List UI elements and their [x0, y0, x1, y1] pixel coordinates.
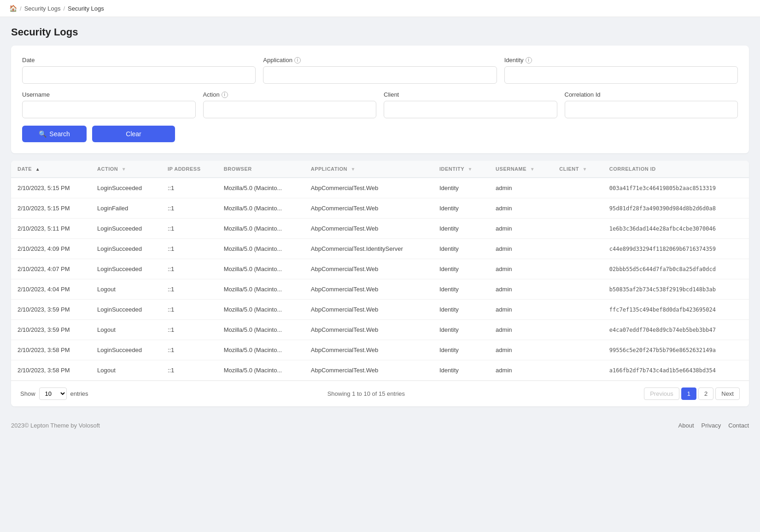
- table-cell: [553, 198, 603, 219]
- table-cell: 99556c5e20f247b5b796e8652632149a: [603, 340, 749, 360]
- page-1-button[interactable]: 1: [681, 387, 696, 400]
- table-card: DATE ▲ ACTION ▼ IP ADDRESS BROWSER APPLI…: [11, 161, 749, 406]
- table-row: 2/10/2023, 3:59 PMLogout::1Mozilla/5.0 (…: [11, 320, 749, 340]
- security-logs-table: DATE ▲ ACTION ▼ IP ADDRESS BROWSER APPLI…: [11, 161, 749, 381]
- footer-contact-link[interactable]: Contact: [728, 422, 749, 429]
- table-cell: admin: [489, 320, 553, 340]
- pagination-info: Showing 1 to 10 of 15 entries: [327, 390, 405, 397]
- table-cell: 1e6b3c36dad144e28afbc4cbe3070046: [603, 219, 749, 239]
- col-action[interactable]: ACTION ▼: [91, 161, 161, 178]
- col-ip-address: IP ADDRESS: [161, 161, 217, 178]
- home-icon[interactable]: 🏠: [9, 5, 17, 12]
- table-cell: AbpCommercialTest.Web: [304, 178, 433, 198]
- table-cell: AbpCommercialTest.Web: [304, 320, 433, 340]
- action-info-icon: i: [222, 92, 228, 98]
- table-cell: 2/10/2023, 4:09 PM: [11, 239, 91, 259]
- show-label: Show: [20, 390, 35, 397]
- sort-date-icon: ▲: [35, 167, 40, 172]
- search-button[interactable]: 🔍 Search: [22, 126, 87, 142]
- col-application[interactable]: APPLICATION ▼: [304, 161, 433, 178]
- page-footer: 2023© Lepton Theme by Volosoft About Pri…: [0, 416, 760, 435]
- table-cell: 2/10/2023, 5:15 PM: [11, 178, 91, 198]
- table-cell: 2/10/2023, 4:07 PM: [11, 259, 91, 279]
- identity-label: Identity i: [504, 57, 738, 64]
- table-cell: AbpCommercialTest.Web: [304, 340, 433, 360]
- table-cell: Mozilla/5.0 (Macinto...: [217, 300, 304, 320]
- table-cell: LoginFailed: [91, 198, 161, 219]
- col-identity[interactable]: IDENTITY ▼: [433, 161, 489, 178]
- table-cell: Identity: [433, 279, 489, 300]
- table-row: 2/10/2023, 5:15 PMLoginSucceeded::1Mozil…: [11, 178, 749, 198]
- table-cell: Logout: [91, 360, 161, 381]
- col-browser: BROWSER: [217, 161, 304, 178]
- correlation-id-input[interactable]: [565, 101, 738, 118]
- table-cell: admin: [489, 198, 553, 219]
- footer-privacy-link[interactable]: Privacy: [702, 422, 721, 429]
- table-cell: 2/10/2023, 5:11 PM: [11, 219, 91, 239]
- search-icon: 🔍: [39, 130, 47, 138]
- table-cell: Mozilla/5.0 (Macinto...: [217, 219, 304, 239]
- filter-buttons: 🔍 Search Clear: [22, 126, 738, 142]
- correlation-id-label: Correlation Id: [565, 91, 738, 98]
- table-cell: AbpCommercialTest.Web: [304, 360, 433, 381]
- table-cell: 2/10/2023, 3:58 PM: [11, 340, 91, 360]
- table-cell: ::1: [161, 360, 217, 381]
- breadcrumb-item-2: Security Logs: [68, 5, 104, 12]
- table-cell: ::1: [161, 239, 217, 259]
- table-cell: 95d81df28f3a490390d984d8b2d6d0a8: [603, 198, 749, 219]
- footer-copyright: 2023© Lepton Theme by Volosoft: [11, 422, 100, 429]
- page-2-button[interactable]: 2: [698, 387, 713, 400]
- table-row: 2/10/2023, 3:58 PMLogout::1Mozilla/5.0 (…: [11, 360, 749, 381]
- client-input[interactable]: [384, 101, 557, 118]
- username-label: Username: [22, 91, 196, 98]
- identity-info-icon: i: [526, 57, 532, 64]
- table-header-row: DATE ▲ ACTION ▼ IP ADDRESS BROWSER APPLI…: [11, 161, 749, 178]
- identity-group: Identity i: [504, 57, 738, 84]
- action-input[interactable]: [203, 101, 377, 118]
- next-button[interactable]: Next: [715, 387, 740, 400]
- table-cell: AbpCommercialTest.Web: [304, 300, 433, 320]
- sort-username-icon: ▼: [530, 167, 535, 172]
- table-cell: [553, 219, 603, 239]
- table-row: 2/10/2023, 3:59 PMLoginSucceeded::1Mozil…: [11, 300, 749, 320]
- table-cell: Mozilla/5.0 (Macinto...: [217, 279, 304, 300]
- client-group: Client: [384, 91, 557, 118]
- filter-card: Date Application i Identity i Us: [11, 46, 749, 153]
- date-input[interactable]: [22, 66, 256, 84]
- breadcrumb: 🏠 / Security Logs / Security Logs: [0, 0, 760, 17]
- table-row: 2/10/2023, 5:15 PMLoginFailed::1Mozilla/…: [11, 198, 749, 219]
- previous-button[interactable]: Previous: [644, 387, 679, 400]
- table-cell: Mozilla/5.0 (Macinto...: [217, 360, 304, 381]
- col-username[interactable]: USERNAME ▼: [489, 161, 553, 178]
- table-cell: 003a41f71e3c46419805b2aac8513319: [603, 178, 749, 198]
- footer-about-link[interactable]: About: [678, 422, 694, 429]
- username-group: Username: [22, 91, 196, 118]
- identity-input[interactable]: [504, 66, 738, 84]
- table-cell: LoginSucceeded: [91, 219, 161, 239]
- col-date[interactable]: DATE ▲: [11, 161, 91, 178]
- table-cell: Logout: [91, 279, 161, 300]
- clear-button[interactable]: Clear: [92, 126, 175, 142]
- entries-label: entries: [70, 390, 88, 397]
- table-cell: ::1: [161, 198, 217, 219]
- table-cell: AbpCommercialTest.Web: [304, 259, 433, 279]
- table-row: 2/10/2023, 4:09 PMLoginSucceeded::1Mozil…: [11, 239, 749, 259]
- action-group: Action i: [203, 91, 377, 118]
- table-cell: AbpCommercialTest.Web: [304, 198, 433, 219]
- date-group: Date: [22, 57, 256, 84]
- table-cell: Logout: [91, 320, 161, 340]
- sort-identity-icon: ▼: [468, 167, 472, 172]
- table-cell: LoginSucceeded: [91, 239, 161, 259]
- username-input[interactable]: [22, 101, 196, 118]
- application-label: Application i: [263, 57, 497, 64]
- table-cell: 02bbb55d5c644d7fa7b0c8a25dfa0dcd: [603, 259, 749, 279]
- col-client[interactable]: CLIENT ▼: [553, 161, 603, 178]
- breadcrumb-item-1[interactable]: Security Logs: [24, 5, 61, 12]
- table-row: 2/10/2023, 4:07 PMLoginSucceeded::1Mozil…: [11, 259, 749, 279]
- table-cell: admin: [489, 300, 553, 320]
- table-cell: ::1: [161, 259, 217, 279]
- table-cell: Mozilla/5.0 (Macinto...: [217, 178, 304, 198]
- entries-select[interactable]: 10 25 50 100: [39, 387, 67, 400]
- application-input[interactable]: [263, 66, 497, 84]
- table-wrapper: DATE ▲ ACTION ▼ IP ADDRESS BROWSER APPLI…: [11, 161, 749, 381]
